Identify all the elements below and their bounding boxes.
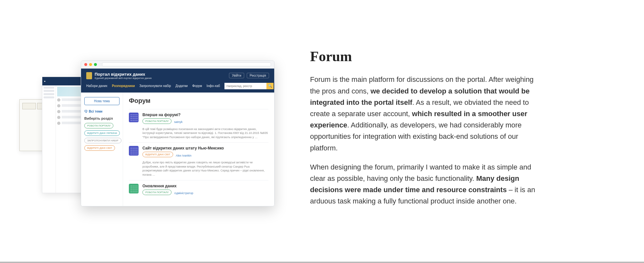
topic-tag: РОБОТА ПОРТАЛУ [142, 190, 171, 195]
search-input[interactable] [224, 83, 266, 89]
topic-author: Alex Ivankin [176, 154, 192, 157]
mockup-stack: ■ [19, 48, 278, 216]
search: 🔍 [224, 83, 274, 89]
article-heading: Forum [310, 48, 543, 65]
nav-datasets[interactable]: Набори даних [86, 84, 108, 88]
topic-title: Сайт відкритих даних штату Нью-Мексико [142, 146, 268, 150]
mini-logo: ■ [44, 80, 46, 82]
topic-row[interactable]: Вперше на форумі? РОБОТА ПОРТАЛУ satnyk … [129, 109, 268, 143]
topic-avatar-icon [129, 146, 139, 156]
all-topics-link[interactable]: 🗨 Всі теми [84, 110, 119, 113]
sidebar-pill-ukraine[interactable]: ВІДКРИТІ ДАНІ УКРАЇНА [84, 130, 120, 136]
maximize-icon [94, 63, 97, 66]
topic-title: Вперше на форумі? [142, 113, 268, 117]
topic-title: Оновлення даних [142, 184, 268, 188]
topic-author: Адміністратор [174, 192, 193, 195]
topic-row[interactable]: Сайт відкритих даних штату Нью-Мексико В… [129, 142, 268, 180]
topic-author: satnyk [174, 120, 182, 124]
search-icon: 🔍 [268, 84, 272, 88]
browser-mockup: Портал відкритих даних Єдиний державний … [81, 60, 275, 206]
nav-forum[interactable]: Форум [192, 84, 202, 88]
article-body: Forum Forum is the main platform for dis… [310, 48, 543, 214]
login-link[interactable]: Увійти [229, 73, 244, 78]
primary-nav: Набори даних Розпорядники Запропонувати … [86, 83, 269, 93]
topic-excerpt: Добре, коли про якість відкритих даних г… [142, 160, 268, 177]
nav-publishers[interactable]: Розпорядники [112, 84, 135, 88]
sidebar-pill-suggest[interactable]: ЗАПРОПОНУВАТИ НАБІР [84, 138, 121, 143]
sidebar-pill-world[interactable]: ВІДКРИТІ ДАНІ СВІТ [84, 145, 115, 151]
browser-chrome [81, 61, 274, 69]
brand-title: Портал відкритих даних [95, 72, 152, 77]
page-title: Форум [129, 97, 268, 104]
nav-suggest[interactable]: Запропонувати набір [140, 84, 171, 88]
chat-icon: 🗨 [84, 110, 88, 113]
footer-divider [0, 262, 644, 262]
article-paragraph: Forum is the main platform for discussio… [310, 74, 543, 153]
forum-sidebar: Нова тема 🗨 Всі теми Виберіть розділ РОБ… [81, 93, 123, 206]
topic-avatar-icon [129, 113, 139, 122]
close-icon [84, 63, 87, 66]
topic-row[interactable]: Оновлення даних РОБОТА ПОРТАЛУ Адміністр… [129, 180, 268, 202]
forum-main: Форум Вперше на форумі? РОБОТА ПОРТАЛУ s… [123, 93, 274, 206]
nav-apps[interactable]: Додатки [175, 84, 188, 88]
url-bar [102, 62, 271, 66]
section-label: Виберіть розділ [84, 116, 119, 120]
topic-tag: ВІДКРИТІ ДАНІ СВІТ [142, 152, 173, 157]
sidebar-pill-portal[interactable]: РОБОТА ПОРТАЛУ [84, 123, 113, 128]
topic-excerpt: В цій темі буде розміщено посилання на з… [142, 127, 268, 139]
brand: Портал відкритих даних Єдиний державний … [86, 72, 152, 80]
new-topic-button[interactable]: Нова тема [84, 97, 119, 105]
search-button[interactable]: 🔍 [266, 83, 274, 89]
all-topics-label: Всі теми [89, 110, 102, 113]
brand-subtitle: Єдиний державний веб-портал відкритих да… [95, 77, 152, 80]
article-paragraph: When designing the forum, primarily I wa… [310, 161, 543, 207]
auth-links: Увійти Реєстрація [229, 73, 269, 78]
site-header: Портал відкритих даних Єдиний державний … [81, 69, 274, 93]
topic-tag: РОБОТА ПОРТАЛУ [142, 118, 171, 124]
topic-avatar-icon [129, 184, 139, 193]
nav-infohub[interactable]: Інфо-хаб [207, 84, 220, 88]
register-link[interactable]: Реєстрація [247, 73, 269, 78]
minimize-icon [89, 63, 92, 66]
coat-of-arms-icon [86, 72, 92, 79]
